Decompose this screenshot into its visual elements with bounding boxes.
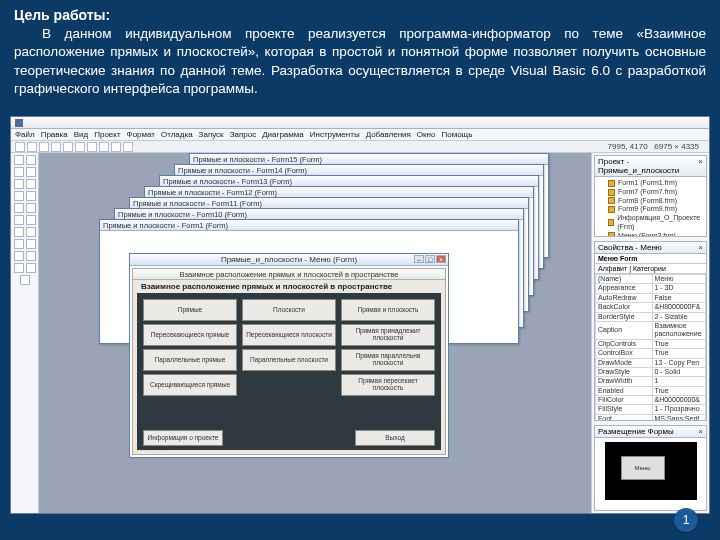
project-item[interactable]: Form7 (Form7.frm) bbox=[598, 188, 703, 197]
menu-item[interactable]: Запрос bbox=[230, 130, 257, 139]
menu-item[interactable]: Помощь bbox=[441, 130, 472, 139]
toolbar-button[interactable] bbox=[123, 142, 133, 152]
property-row[interactable]: EnabledTrue bbox=[596, 386, 706, 395]
toolbar-button[interactable] bbox=[27, 142, 37, 152]
menu-item[interactable]: Проект bbox=[94, 130, 120, 139]
info-button[interactable]: Информация о проекте bbox=[143, 430, 223, 446]
close-icon[interactable]: × bbox=[698, 427, 703, 436]
menu-button[interactable]: Прямая и плоскость bbox=[341, 299, 435, 321]
property-row[interactable]: Appearance1 - 3D bbox=[596, 284, 706, 293]
property-row[interactable]: ClipControlsTrue bbox=[596, 339, 706, 348]
form-designer-menu[interactable]: Прямые_и_плоскости - Меню (Form) – □ × В… bbox=[129, 253, 449, 458]
close-icon[interactable]: × bbox=[698, 243, 703, 252]
exit-button[interactable]: Выход bbox=[355, 430, 435, 446]
menu-item[interactable]: Отладка bbox=[161, 130, 193, 139]
menu-item[interactable]: Диаграмма bbox=[262, 130, 304, 139]
property-row[interactable]: FontMS Sans Serif bbox=[596, 414, 706, 420]
menu-item[interactable]: Окно bbox=[417, 130, 436, 139]
tool-frame[interactable] bbox=[14, 179, 24, 189]
property-row[interactable]: DrawStyle0 - Solid bbox=[596, 367, 706, 376]
toolbar-button[interactable] bbox=[99, 142, 109, 152]
menu-item[interactable]: Файл bbox=[15, 130, 35, 139]
project-explorer[interactable]: Проект - Прямые_и_плоскости× Form1 (Form… bbox=[594, 155, 707, 237]
tool-line[interactable] bbox=[26, 251, 36, 261]
tool-timer[interactable] bbox=[14, 227, 24, 237]
form-icon bbox=[608, 219, 614, 226]
toolbar-button[interactable] bbox=[111, 142, 121, 152]
minimize-icon[interactable]: – bbox=[414, 255, 424, 263]
menu-button[interactable]: Прямая пересекает плоскость bbox=[341, 374, 435, 396]
layout-thumbnail[interactable]: Меню bbox=[605, 442, 697, 500]
tool-option[interactable] bbox=[26, 191, 36, 201]
property-row[interactable]: DrawWidth1 bbox=[596, 377, 706, 386]
close-icon[interactable]: × bbox=[698, 157, 703, 175]
layout-form-thumb[interactable]: Меню bbox=[621, 456, 665, 480]
project-item[interactable]: Form8 (Form8.frm) bbox=[598, 197, 703, 206]
dark-panel: Прямые Плоскости Прямая и плоскость Пере… bbox=[137, 293, 441, 450]
tool-listbox[interactable] bbox=[26, 203, 36, 213]
slide-heading: Цель работы: bbox=[14, 7, 110, 23]
property-row[interactable]: DrawMode13 - Copy Pen bbox=[596, 358, 706, 367]
tool-vscroll[interactable] bbox=[26, 215, 36, 225]
project-item[interactable]: Меню (Form3.frm) bbox=[598, 232, 703, 237]
form-caption: Взаимное расположение прямых и плоскосте… bbox=[133, 269, 445, 280]
property-row[interactable]: BorderStyle2 - Sizable bbox=[596, 312, 706, 321]
menu-button[interactable]: Параллельные плоскости bbox=[242, 349, 336, 371]
tool-textbox[interactable] bbox=[26, 167, 36, 177]
toolbar-button[interactable] bbox=[39, 142, 49, 152]
menu-button[interactable]: Плоскости bbox=[242, 299, 336, 321]
property-row[interactable]: AutoRedrawFalse bbox=[596, 293, 706, 302]
props-tabs[interactable]: Алфавит | Категории bbox=[595, 264, 706, 274]
ide-menubar[interactable]: Файл Правка Вид Проект Формат Отладка За… bbox=[11, 129, 709, 141]
toolbar-button[interactable] bbox=[63, 142, 73, 152]
project-item[interactable]: Form9 (Form9.frm) bbox=[598, 205, 703, 214]
tool-shape[interactable] bbox=[14, 251, 24, 261]
tool-image[interactable] bbox=[14, 263, 24, 273]
menu-button[interactable]: Скрещивающиеся прямые bbox=[143, 374, 237, 396]
close-icon[interactable]: × bbox=[436, 255, 446, 263]
menu-button[interactable]: Пересекающиеся прямые bbox=[143, 324, 237, 346]
tool-dir[interactable] bbox=[14, 239, 24, 249]
toolbar-button[interactable] bbox=[75, 142, 85, 152]
menu-item[interactable]: Правка bbox=[41, 130, 68, 139]
property-row[interactable]: ControlBoxTrue bbox=[596, 349, 706, 358]
menu-button[interactable]: Прямая принадлежит плоскости bbox=[341, 324, 435, 346]
tool-drive[interactable] bbox=[26, 227, 36, 237]
toolbar-button[interactable] bbox=[51, 142, 61, 152]
properties-table[interactable]: (Name)МенюAppearance1 - 3DAutoRedrawFals… bbox=[595, 274, 706, 420]
toolbar-button[interactable] bbox=[87, 142, 97, 152]
tool-combobox[interactable] bbox=[14, 203, 24, 213]
ide-toolbar: 7995, 4170 6975 × 4335 bbox=[11, 141, 709, 153]
properties-panel[interactable]: Свойства - Меню× Меню Form Алфавит | Кат… bbox=[594, 241, 707, 421]
property-row[interactable]: (Name)Меню bbox=[596, 275, 706, 284]
property-row[interactable]: CaptionВзаимное расположение bbox=[596, 321, 706, 339]
menu-button[interactable]: Прямые bbox=[143, 299, 237, 321]
menu-item[interactable]: Запуск bbox=[199, 130, 224, 139]
property-row[interactable]: FillStyle1 - Прозрачно bbox=[596, 405, 706, 414]
project-item[interactable]: Информация_О_Проекте (Frm) bbox=[598, 214, 703, 232]
project-item[interactable]: Form1 (Form1.frm) bbox=[598, 179, 703, 188]
tool-checkbox[interactable] bbox=[14, 191, 24, 201]
menu-button[interactable]: Параллельные прямые bbox=[143, 349, 237, 371]
maximize-icon[interactable]: □ bbox=[425, 255, 435, 263]
property-row[interactable]: FillColor&H00000000& bbox=[596, 396, 706, 405]
form-layout-panel[interactable]: Размещение Формы× Меню bbox=[594, 425, 707, 511]
tool-data[interactable] bbox=[26, 263, 36, 273]
tool-pointer[interactable] bbox=[14, 155, 24, 165]
property-row[interactable]: BackColor&H8000000F& bbox=[596, 303, 706, 312]
tool-hscroll[interactable] bbox=[14, 215, 24, 225]
form-surface[interactable]: Взаимное расположение прямых и плоскосте… bbox=[132, 268, 446, 455]
tool-picturebox[interactable] bbox=[26, 155, 36, 165]
tool-label[interactable] bbox=[14, 167, 24, 177]
menu-item[interactable]: Добавления bbox=[366, 130, 411, 139]
menu-item[interactable]: Вид bbox=[74, 130, 88, 139]
menu-item[interactable]: Формат bbox=[127, 130, 155, 139]
toolbar-button[interactable] bbox=[15, 142, 25, 152]
tool-file[interactable] bbox=[26, 239, 36, 249]
menu-button[interactable]: Пересекающиеся плоскости bbox=[242, 324, 336, 346]
menu-button[interactable]: Прямая параллельна плоскости bbox=[341, 349, 435, 371]
tool-button[interactable] bbox=[26, 179, 36, 189]
menu-item[interactable]: Инструменты bbox=[310, 130, 360, 139]
props-object[interactable]: Меню Form bbox=[595, 254, 706, 264]
tool-ole[interactable] bbox=[20, 275, 30, 285]
